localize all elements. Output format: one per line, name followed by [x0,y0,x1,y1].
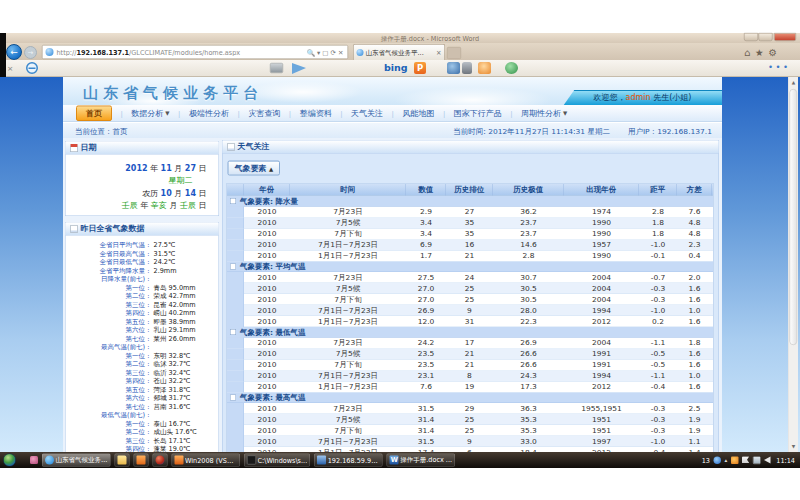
address-bar[interactable]: http://192.168.137.1/GLCCLIMATE/modules/… [42,45,348,59]
nav-item-1[interactable]: 数据分析 [131,108,163,119]
nav-caret-icon: ▼ [165,110,169,117]
table-cell: 17 [446,338,493,349]
toolbar-camera-icon[interactable] [270,63,283,73]
table-cell: 1月1日~7月23日 [290,382,406,393]
table-cell: -1.0 [639,240,677,251]
table-cell: 2010 [244,316,290,327]
weather-panel-header: 天气关注 [223,141,719,154]
table-cell: 22.3 [493,316,564,327]
action-center-flag-icon[interactable] [742,456,750,464]
row-gutter [227,436,244,447]
scroll-up-icon[interactable]: ▲ [789,77,799,88]
scrollbar-thumb[interactable] [790,89,798,345]
stat-row: 全省日最高气温：31.5℃ [66,249,219,258]
table-cell: -0.5 [639,349,677,360]
table-cell: 7.6 [677,207,712,218]
tray-expand-icon[interactable]: ▴ [725,457,728,464]
breadcrumb: 当前位置：首页 [75,127,128,137]
toolbar-send-icon[interactable] [292,63,306,74]
table-header-row: 年份时间数值历史排位历史极值出现年份距平方差 [227,184,713,196]
nav-item-7[interactable]: 国家下行产品 [454,108,502,119]
back-button[interactable]: ← [6,44,22,60]
table-cell: 23.7 [493,229,564,240]
taskbar-button-rdp[interactable]: 192.168.59.99... [314,454,383,467]
taskbar-button-word[interactable]: W操作手册.docx ... [387,454,455,467]
browser-tab[interactable]: 山东省气候业务平... × [353,44,445,60]
new-tab-button[interactable] [447,47,461,59]
nav-separator: | [289,109,291,117]
table-cell: 1月1日~7月23日 [290,316,406,327]
network-icon[interactable] [753,456,761,464]
stat-row: 全省日最低气温：24.2℃ [66,258,219,267]
table-cell: 24.3 [493,371,564,382]
nav-item-8[interactable]: 周期性分析 [521,108,561,119]
nav-item-0[interactable]: 首页 [76,105,112,121]
volume-icon[interactable] [764,457,771,464]
nav-item-6[interactable]: 风能地图 [402,108,434,119]
section-checkbox[interactable] [230,198,236,204]
scroll-down-icon[interactable]: ▼ [789,441,799,452]
window-close-button[interactable] [774,33,796,41]
date-panel: 日期 2012 年 11 月 27 日星期二农历 10 月 14 日壬辰 年 辛… [65,141,219,216]
tray-blue-icon[interactable] [714,456,722,464]
taskbar-button-ie[interactable]: 山东省气候业务平... [42,454,111,467]
table-cell: 1月1日~7月23日 [290,251,406,262]
weather-table: 年份时间数值历史排位历史极值出现年份距平方差气象要素: 降水量20107月23日… [227,184,714,454]
tray-ime-icon[interactable] [731,456,739,464]
table-row: 20107月下旬23.52126.61991-0.51.6 [227,360,713,371]
rank-row: 第五位：菏泽 31.8℃ [66,385,219,394]
nav-item-5[interactable]: 天气关注 [351,108,383,119]
address-bar-icons[interactable]: 🔍 ▾ ▢ ⟳ ✕ [307,48,348,56]
section-checkbox[interactable] [230,395,236,401]
table-cell: 2010 [244,338,290,349]
favorites-star-icon[interactable]: ★ [755,47,764,58]
table-cell: 7月5候 [290,414,406,425]
table-row: 20107月1日~7月23日31.5933.01997-1.01.1 [227,436,713,447]
table-cell: 1997 [564,436,639,447]
toolbar-icon-2[interactable] [462,62,472,74]
toolbar-icon-4[interactable] [505,62,518,74]
window-minimize-button[interactable] [744,33,758,41]
tab-close-icon[interactable]: × [436,49,441,57]
nav-item-3[interactable]: 灾害查询 [248,108,280,119]
row-gutter [227,294,244,305]
taskbar-button-round[interactable] [153,454,168,467]
toolbar-circle-icon[interactable] [26,62,38,74]
window-maximize-button[interactable] [759,33,773,41]
table-cell: 2.3 [677,240,712,251]
taskbar-clock: 11:14 [776,456,795,464]
table-cell: -0.5 [639,360,677,371]
table-cell: 2010 [244,305,290,316]
date-panel-body: 2012 年 11 月 27 日星期二农历 10 月 14 日壬辰 年 辛亥 月… [66,155,219,212]
table-cell: 30.5 [493,283,564,294]
toolbar-more-icon[interactable]: ••• [768,62,791,72]
nav-item-2[interactable]: 极端性分析 [189,108,229,119]
taskbar-button-vm[interactable]: Win2008 (VS2... [172,454,241,467]
settings-gear-icon[interactable]: ⚙ [769,47,778,58]
toolbar-p-icon[interactable]: P [414,62,426,74]
row-gutter [227,414,244,425]
taskbar-button-orange[interactable] [134,454,149,467]
taskbar-button-cmd[interactable]: C:\Windows\s... [244,454,310,467]
start-button[interactable] [3,454,16,467]
page-favicon [46,48,54,56]
table-cell: 2010 [244,425,290,436]
toolbar-icon-1[interactable] [447,62,460,74]
section-checkbox[interactable] [230,264,236,270]
cmd-icon [247,456,256,465]
table-cell: 21 [446,349,493,360]
toolbar-close-icon[interactable]: × [7,64,13,73]
toolbar-icon-3[interactable] [478,62,491,74]
table-cell: 7月下旬 [290,360,406,371]
nav-item-4[interactable]: 整编资料 [300,108,332,119]
tray-app-icon[interactable] [30,456,38,464]
vm-icon [175,456,184,465]
forward-button[interactable]: → [24,46,37,59]
section-checkbox[interactable] [230,329,236,335]
stats-panel-title: 昨日全省气象数据 [81,224,145,235]
bing-logo[interactable]: bing [384,62,408,73]
element-selector-button[interactable]: 气象要素▲ [228,161,281,176]
taskbar-button-folder[interactable] [115,454,130,467]
scrollbar[interactable]: ▲ ▼ [788,77,798,453]
home-icon[interactable]: ⌂ [744,47,750,58]
